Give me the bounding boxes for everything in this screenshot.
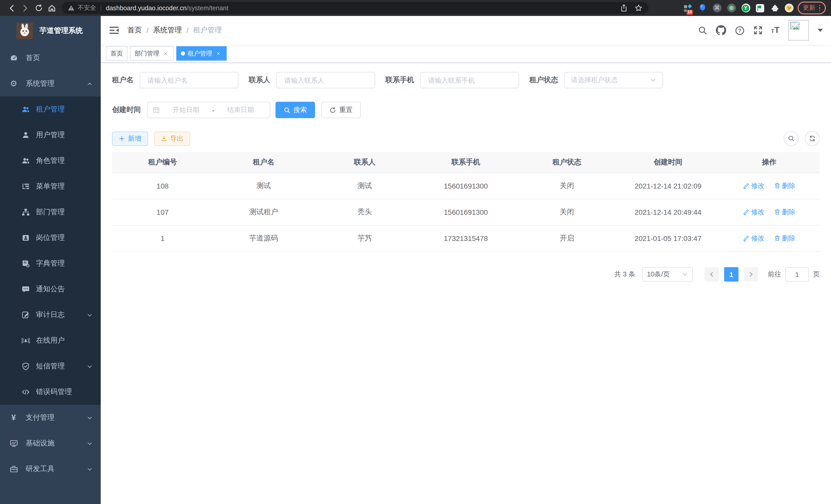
share-icon[interactable]: [620, 4, 628, 12]
add-button[interactable]: 新增: [112, 131, 148, 146]
toggle-search-button[interactable]: [784, 131, 799, 146]
github-icon[interactable]: [716, 25, 726, 35]
sidebar-item-menu[interactable]: 菜单管理: [0, 174, 101, 199]
chevron-down-icon: [87, 415, 92, 420]
search-button[interactable]: 搜索: [276, 102, 315, 118]
sidebar-item-dev-tools[interactable]: 研发工具: [0, 456, 101, 482]
help-icon[interactable]: ?: [735, 25, 744, 35]
browser-back-icon[interactable]: [5, 1, 19, 14]
sidebar-item-label: 审计日志: [36, 310, 65, 320]
tab-tenant-active[interactable]: 租户管理 ×: [176, 46, 227, 61]
edit-label: 修改: [751, 181, 765, 190]
filter-status: 租户状态 请选择租户状态: [529, 72, 663, 88]
ext-command-icon[interactable]: ⌘: [713, 4, 721, 12]
next-page-button[interactable]: [744, 267, 758, 281]
table-toolbar: 新增 导出: [112, 131, 820, 146]
extensions-puzzle-icon[interactable]: [770, 3, 779, 12]
sidebar-item-online-user[interactable]: 在线用户: [0, 328, 101, 353]
app-logo-row[interactable]: 芋道管理系统: [0, 16, 101, 45]
header-search-icon[interactable]: [698, 26, 707, 35]
status-select-placeholder: 请选择租户状态: [571, 76, 618, 85]
shield-icon: [21, 362, 30, 370]
fullscreen-icon[interactable]: [753, 26, 763, 35]
refresh-button[interactable]: [805, 131, 820, 146]
security-label[interactable]: 不安全: [78, 4, 96, 12]
tab-home[interactable]: 首页: [106, 46, 127, 61]
page-1-button[interactable]: 1: [724, 267, 739, 281]
page-size-select[interactable]: 10条/页: [642, 267, 693, 281]
tab-dept[interactable]: 部门管理 ×: [130, 46, 174, 61]
browser-forward-icon[interactable]: [19, 1, 32, 14]
ext-emoji-face-icon[interactable]: [784, 4, 793, 12]
breadcrumb-home[interactable]: 首页: [127, 26, 142, 35]
sidebar-item-post[interactable]: 岗位管理: [0, 225, 101, 251]
mobile-input[interactable]: [427, 76, 512, 85]
avatar[interactable]: [789, 20, 809, 40]
contact-input[interactable]: [283, 76, 369, 85]
sidebar-item-sms[interactable]: 短信管理: [0, 353, 101, 379]
date-range-picker[interactable]: 开始日期 - 结束日期: [147, 102, 270, 118]
sidebar-item-label: 在线用户: [36, 336, 65, 345]
sidebar-item-infra[interactable]: 基础设施: [0, 431, 101, 456]
reset-button-label: 重置: [339, 105, 352, 115]
address-bar[interactable]: 不安全 dashboard.yudao.iocoder.cn/system/te…: [62, 2, 649, 14]
edit-link[interactable]: 修改: [743, 208, 765, 217]
ext-y-green-icon[interactable]: Y: [741, 4, 750, 12]
sidebar-item-dict[interactable]: 字典管理: [0, 251, 101, 276]
delete-link[interactable]: 删除: [774, 181, 795, 190]
browser-toolbar: 不安全 dashboard.yudao.iocoder.cn/system/te…: [0, 0, 831, 16]
delete-link[interactable]: 删除: [774, 208, 795, 217]
breadcrumb-separator: /: [146, 26, 148, 34]
delete-link[interactable]: 删除: [774, 234, 795, 243]
ext-blocks-diamond-icon[interactable]: 10: [683, 3, 692, 12]
date-start-placeholder[interactable]: 开始日期: [162, 105, 210, 115]
roles-icon: [21, 157, 30, 165]
date-end-placeholder[interactable]: 结束日期: [217, 105, 265, 115]
avatar-caret-icon[interactable]: [818, 29, 823, 32]
sidebar-item-tenant[interactable]: 租户管理: [0, 97, 101, 122]
close-icon[interactable]: ×: [162, 50, 169, 57]
sidebar-item-user[interactable]: 用户管理: [0, 122, 101, 148]
sidebar-item-home[interactable]: 首页: [0, 45, 101, 71]
sidebar-item-audit-log[interactable]: 审计日志: [0, 302, 101, 328]
ext-green-dot-icon[interactable]: [727, 4, 736, 12]
ext-green-flag-icon[interactable]: [756, 4, 764, 12]
toolbox-icon: [9, 465, 18, 473]
cell-tenant-name: 测试: [213, 173, 314, 199]
browser-reload-icon[interactable]: [32, 1, 45, 14]
status-select[interactable]: 请选择租户状态: [564, 72, 663, 88]
hamburger-icon[interactable]: [109, 25, 119, 35]
edit-link[interactable]: 修改: [743, 234, 765, 243]
sidebar-item-error-code[interactable]: 错误码管理: [0, 379, 101, 405]
table-header-row: 租户编号 租户名 联系人 联系手机 租户状态 创建时间 操作: [112, 152, 820, 173]
font-size-icon[interactable]: TT: [771, 25, 780, 35]
close-icon[interactable]: ×: [215, 50, 222, 57]
goto-page-input[interactable]: [785, 267, 809, 281]
col-tenant-id: 租户编号: [112, 152, 213, 173]
table-row: 108 测试 测试 15601691300 关闭 2021-12-14 21:0…: [112, 173, 820, 199]
bookmark-star-icon[interactable]: [635, 4, 642, 12]
ext-balloon-icon[interactable]: [698, 3, 707, 12]
browser-update-button[interactable]: 更新: [797, 2, 826, 14]
reset-button[interactable]: 重置: [321, 102, 361, 118]
export-button[interactable]: 导出: [154, 131, 190, 146]
tenant-name-input[interactable]: [146, 76, 232, 85]
status-label: 租户状态: [529, 76, 564, 85]
sidebar-item-dept[interactable]: 部门管理: [0, 199, 101, 225]
prev-page-button[interactable]: [705, 267, 719, 281]
extension-badge: 10: [686, 9, 693, 14]
breadcrumb-system[interactable]: 系统管理: [153, 26, 182, 35]
cell-status: 开启: [516, 225, 618, 251]
sidebar-item-notice[interactable]: 通知公告: [0, 276, 101, 302]
sidebar-item-pay[interactable]: ¥ 支付管理: [0, 405, 101, 431]
sidebar-item-label: 部门管理: [36, 208, 65, 217]
kebab-menu-icon[interactable]: [819, 5, 820, 11]
filter-row-2: 创建时间 开始日期 - 结束日期 搜索: [112, 102, 820, 118]
tab-label: 首页: [111, 49, 123, 58]
sidebar-item-role[interactable]: 角色管理: [0, 148, 101, 174]
cell-created: 2021-12-14 21:02:09: [618, 173, 718, 199]
sidebar-item-system[interactable]: ⚙ 系统管理: [0, 71, 101, 97]
browser-home-icon[interactable]: [45, 1, 59, 14]
edit-link[interactable]: 修改: [743, 181, 765, 190]
omnibox-divider: [101, 5, 101, 11]
